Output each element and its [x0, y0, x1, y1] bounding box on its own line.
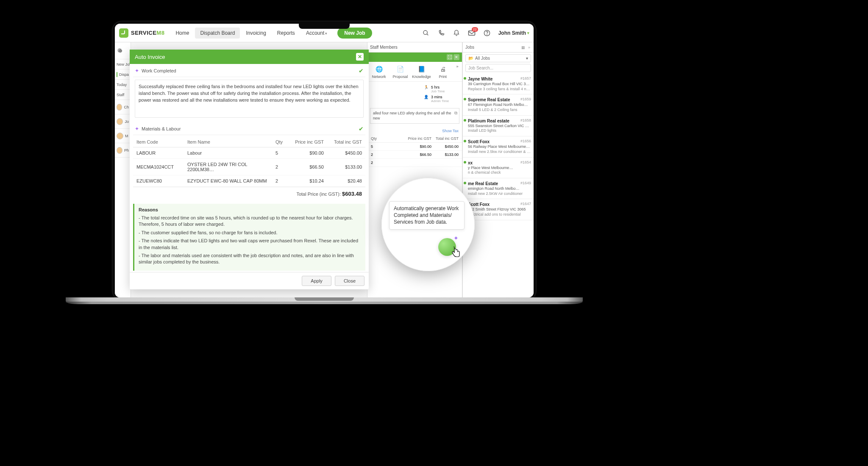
tool-print[interactable]: 🖨Print [433, 64, 453, 79]
table-row[interactable]: EZUEWC80EZYDUCT EWC-80 WALL CAP 80MM2$10… [133, 175, 365, 187]
chevron-down-icon: ▾ [325, 31, 327, 36]
admin-time-stat: 👤3 minsAdmin Time [424, 95, 457, 103]
svg-point-0 [423, 31, 427, 34]
avatar-icon [117, 147, 122, 154]
section-work-completed: ✦ Work Completed ✔ [133, 64, 365, 77]
brand-logo[interactable]: SERVICEM8 [119, 28, 164, 38]
help-icon[interactable] [483, 29, 491, 37]
reason-line: - The total recorded time on site was 5 … [139, 215, 361, 228]
nav-tabs: Home Dispatch Board Invoicing Reports Ac… [170, 28, 372, 39]
search-icon[interactable] [422, 29, 430, 37]
card-titlebar: ⛶ ✕ [367, 53, 462, 62]
avatar-icon [117, 133, 123, 139]
open-external-icon[interactable]: ⧉ [454, 110, 457, 116]
avatar-icon [117, 104, 122, 111]
materials-table: Item Code Item Name Qty Price inc GST To… [133, 137, 365, 187]
bell-icon[interactable] [453, 29, 460, 37]
left-sidebar: New Job Dispa Today Staff Ch Jo M Ph [115, 42, 131, 297]
job-item[interactable]: #1656Scott Foxx56 Railway Place West Mel… [463, 136, 534, 157]
reason-line: - The customer supplied the fans, so no … [139, 230, 361, 236]
job-item[interactable]: #1659Supreme Real Estate67 Flemington Ro… [463, 94, 534, 115]
reasons-box: Reasons - The total recorded time on sit… [133, 204, 365, 271]
job-item[interactable]: #1658Platinum Real estate555 Swanston St… [463, 116, 534, 136]
staff-row[interactable]: Ch [115, 100, 131, 114]
reasons-title: Reasons [139, 207, 361, 212]
staff-label: Staff [115, 90, 131, 100]
modal-close-button[interactable]: ✕ [356, 53, 364, 61]
phone-icon[interactable] [437, 29, 445, 37]
nav-home[interactable]: Home [170, 28, 194, 39]
total-row: Total Price (inc GST): $603.48 [133, 187, 365, 201]
reason-line: - The labor and materials used are consi… [139, 252, 361, 266]
nav-account[interactable]: Account▾ [301, 28, 332, 39]
laptop-notch [299, 21, 350, 29]
user-menu[interactable]: John Smith▾ [498, 30, 529, 36]
new-job-tool[interactable] [115, 42, 131, 59]
show-tax-link[interactable]: Show Tax [367, 127, 462, 135]
job-item[interactable]: #1654xxy Place West Melbourne…n & chemic… [463, 158, 534, 178]
laptop-base [66, 297, 583, 319]
apply-button[interactable]: Apply [302, 276, 331, 286]
gear-icon [117, 47, 124, 55]
nav-dispatch[interactable]: Dispatch Board [195, 28, 240, 39]
mini-table-row: 5$90.00$450.00 [367, 143, 462, 151]
svg-line-1 [427, 34, 428, 35]
jobs-search[interactable]: Job Search... [465, 64, 531, 72]
tool-knowledge[interactable]: 📘Knowledge [412, 64, 431, 79]
chevron-down-icon: ▾ [527, 31, 529, 35]
check-icon: ✔ [359, 125, 364, 132]
mini-table-row: 2$66.50$133.00 [367, 151, 462, 159]
dispatch-filter[interactable]: Dispa [115, 69, 131, 80]
jobs-panel: Jobs ▦ » 📂All Jobs▾ Job Search... #1657J… [462, 42, 534, 297]
modal-footer: Apply Close [130, 272, 369, 289]
card-toolbar: 🌐Network 📄Proposal 📘Knowledge 🖨Print » [367, 62, 462, 82]
staff-row[interactable]: Ph [115, 143, 131, 158]
mini-table-row: 2 [367, 159, 462, 167]
table-row[interactable]: MECMA1024CCTOYSTER LED 24W TRI COL 2200L… [133, 159, 365, 175]
magnifier-overlay: Automatically generate Work Completed an… [381, 178, 475, 271]
today-label[interactable]: Today [115, 80, 131, 90]
toolbar-more[interactable]: » [454, 64, 460, 79]
jobs-header: Jobs ▦ » [463, 42, 534, 53]
sparkle-icon: ✦ [135, 68, 139, 74]
work-completed-text[interactable]: Successfully replaced three ceiling fans… [135, 80, 364, 118]
nav-reports[interactable]: Reports [272, 28, 300, 39]
inbox-badge: 22 [472, 27, 478, 32]
job-item[interactable]: #1657Jayne White39 Carrington Road Box H… [463, 74, 534, 94]
maximize-icon[interactable]: ⛶ [447, 54, 453, 60]
close-button[interactable]: Close [335, 276, 364, 286]
job-time-stat: 🏃5 hrsJob Time [424, 85, 457, 93]
staff-members-header: Staff Members [367, 42, 462, 53]
new-job-button[interactable]: New Job [337, 28, 372, 39]
job-item[interactable]: #1649me Real Estateemington Road North M… [463, 178, 534, 199]
sparkle-icon: ✦ [135, 126, 139, 132]
check-icon: ✔ [359, 67, 364, 74]
app-viewport: SERVICEM8 Home Dispatch Board Invoicing … [115, 24, 534, 297]
col-total: Total inc GST [327, 137, 365, 147]
topbar-actions: 22 John Smith▾ [422, 29, 529, 37]
modal-title: Auto Invoice [135, 54, 165, 60]
jobs-list: #1657Jayne White39 Carrington Road Box H… [463, 74, 534, 220]
close-icon[interactable]: ✕ [453, 54, 459, 60]
col-price: Price inc GST [289, 137, 327, 147]
mini-table-header: QtyPrice inc GSTTotal inc GST [367, 135, 462, 143]
calendar-icon [117, 72, 117, 77]
table-row[interactable]: LABOURLabour5$90.00$450.00 [133, 147, 365, 159]
panel-controls[interactable]: ▦ » [521, 45, 531, 50]
jobs-filter[interactable]: 📂All Jobs▾ [465, 54, 531, 62]
staff-row[interactable]: Jo [115, 114, 131, 129]
auto-invoice-modal: Auto Invoice ✕ ✦ Work Completed ✔ Succes… [130, 50, 369, 289]
ai-tooltip: Automatically generate Work Completed an… [389, 201, 465, 230]
tool-network[interactable]: 🌐Network [369, 64, 389, 79]
nav-invoicing[interactable]: Invoicing [241, 28, 271, 39]
brand-text: SERVICEM8 [131, 30, 164, 36]
tool-proposal[interactable]: 📄Proposal [390, 64, 410, 79]
col-qty: Qty [272, 137, 289, 147]
col-item-name: Item Name [184, 137, 272, 147]
new-job-label: New Job [115, 59, 131, 69]
inbox-icon[interactable]: 22 [468, 29, 476, 37]
laptop-frame: SERVICEM8 Home Dispatch Board Invoicing … [112, 21, 536, 300]
svg-point-4 [487, 34, 487, 35]
staff-row[interactable]: M [115, 129, 131, 143]
col-item-code: Item Code [133, 137, 184, 147]
